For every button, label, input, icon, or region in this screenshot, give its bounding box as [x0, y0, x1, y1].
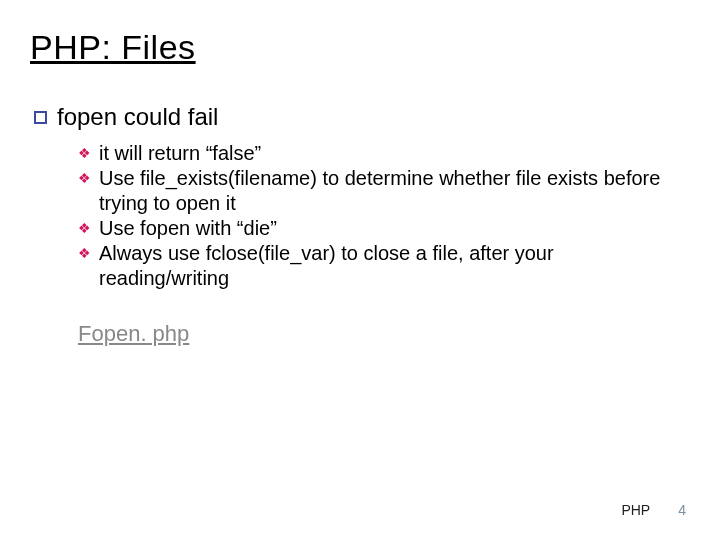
bullet-level2: ❖ Always use fclose(file_var) to close a… — [78, 241, 690, 291]
diamond-bullet-icon: ❖ — [78, 245, 91, 263]
diamond-bullet-icon: ❖ — [78, 145, 91, 163]
bullet-text: Use file_exists(filename) to determine w… — [99, 166, 670, 216]
bullet-text: it will return “false” — [99, 141, 670, 166]
slide-title: PHP: Files — [30, 28, 690, 67]
file-link[interactable]: Fopen. php — [78, 321, 690, 347]
bullet-level2: ❖ it will return “false” — [78, 141, 690, 166]
page-number: 4 — [678, 502, 686, 518]
slide-footer: PHP 4 — [621, 502, 686, 518]
square-bullet-icon — [34, 111, 47, 124]
bullet-level2: ❖ Use fopen with “die” — [78, 216, 690, 241]
diamond-bullet-icon: ❖ — [78, 220, 91, 238]
bullet-text: Always use fclose(file_var) to close a f… — [99, 241, 670, 291]
heading-level1: fopen could fail — [34, 103, 690, 131]
heading-text: fopen could fail — [57, 103, 218, 131]
bullet-level2: ❖ Use file_exists(filename) to determine… — [78, 166, 690, 216]
content-section: fopen could fail ❖ it will return “false… — [30, 103, 690, 347]
diamond-bullet-icon: ❖ — [78, 170, 91, 188]
bullet-text: Use fopen with “die” — [99, 216, 670, 241]
footer-label: PHP — [621, 502, 650, 518]
